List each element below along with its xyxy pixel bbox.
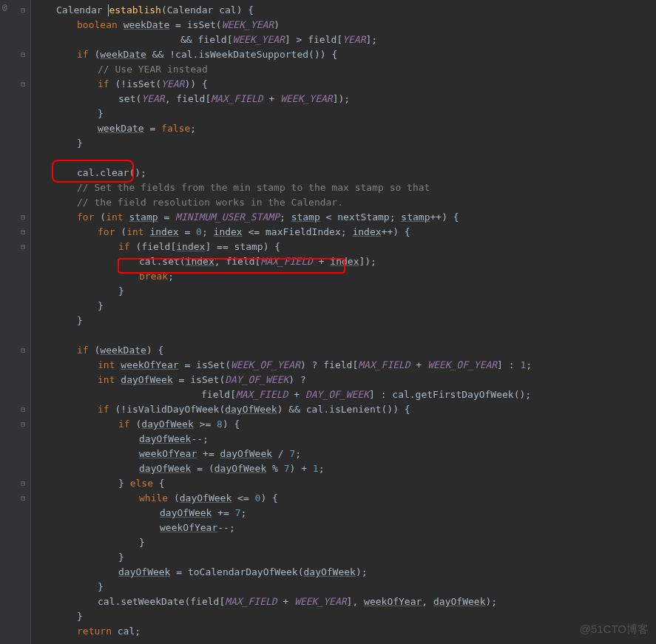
code-token: (!isSet( — [115, 78, 161, 89]
code-token: < nextStamp; — [320, 211, 402, 223]
code-line[interactable]: } — [35, 284, 656, 299]
code-line[interactable]: } else { — [35, 476, 656, 491]
code-token: int — [98, 359, 121, 370]
code-token: = — [158, 211, 175, 223]
fold-toggle-icon[interactable]: ⊟ — [21, 80, 28, 87]
code-token: += — [197, 448, 220, 459]
code-line[interactable]: } — [35, 550, 656, 565]
code-token: ; — [241, 507, 247, 518]
code-token: for — [77, 211, 100, 223]
code-line[interactable] — [35, 328, 656, 343]
code-line[interactable]: field[MAX_FIELD + DAY_OF_WEEK] : cal.get… — [35, 387, 656, 402]
code-token: { — [159, 478, 165, 489]
code-token: ; — [202, 226, 214, 237]
code-line[interactable]: } — [35, 609, 656, 624]
code-token: WEEK_OF_YEAR — [427, 359, 497, 370]
code-token: --; — [217, 522, 234, 533]
code-line[interactable]: dayOfWeek += 7; — [35, 506, 656, 521]
fold-toggle-icon[interactable]: ⊟ — [21, 346, 28, 353]
code-line[interactable]: if (field[index] == stamp) { — [35, 240, 656, 254]
code-line[interactable]: for (int index = 0; index <= maxFieldInd… — [35, 225, 656, 240]
code-line[interactable]: return cal; — [35, 624, 656, 639]
code-token: += — [212, 507, 234, 518]
code-token: cal.set( — [139, 256, 186, 267]
code-line[interactable]: if (weekDate) { — [35, 343, 656, 358]
fold-toggle-icon[interactable]: ⊟ — [21, 405, 28, 413]
code-line[interactable]: int dayOfWeek = isSet(DAY_OF_WEEK) ? — [35, 373, 656, 387]
fold-toggle-icon[interactable]: ⊟ — [21, 479, 28, 487]
code-line[interactable]: set(YEAR, field[MAX_FIELD + WEEK_YEAR]); — [35, 92, 656, 106]
code-token: // the field resolution works in the Cal… — [77, 197, 343, 208]
code-line[interactable]: dayOfWeek = (dayOfWeek % 7) + 1; — [35, 461, 656, 476]
code-token: weekOfYear — [139, 448, 197, 459]
code-token: ], — [347, 596, 364, 607]
code-line[interactable]: } — [35, 136, 656, 151]
code-line[interactable]: // Use YEAR instead — [35, 62, 656, 77]
fold-toggle-icon[interactable]: ⊟ — [21, 494, 28, 501]
code-line[interactable]: int weekOfYear = isSet(WEEK_OF_YEAR) ? f… — [35, 358, 656, 373]
code-token: ( — [174, 492, 180, 504]
code-token: WEEK_YEAR — [294, 596, 346, 607]
code-line[interactable]: if (weekDate && !cal.isWeekDateSupported… — [35, 47, 656, 62]
code-token: ) { — [223, 418, 240, 430]
code-line[interactable]: if (!isValidDayOfWeek(dayOfWeek) && cal.… — [35, 402, 656, 417]
fold-toggle-icon[interactable]: ⊟ — [21, 420, 28, 427]
code-line[interactable]: if (!isSet(YEAR)) { — [35, 77, 656, 92]
code-line[interactable]: dayOfWeek = toCalendarDayOfWeek(dayOfWee… — [35, 565, 656, 580]
code-token: ] > — [285, 34, 308, 45]
fold-toggle-icon[interactable]: ⊟ — [21, 228, 28, 235]
code-token: YEAR — [141, 93, 164, 104]
code-token: field — [176, 93, 205, 104]
code-line[interactable]: break; — [35, 269, 656, 284]
code-token: dayOfWeek — [180, 492, 231, 504]
code-line[interactable] — [35, 151, 656, 166]
code-line[interactable]: // Set the fields from the min stamp to … — [35, 180, 656, 195]
code-token: MAX_FIELD — [225, 596, 277, 607]
code-line[interactable]: // the field resolution works in the Cal… — [35, 195, 656, 210]
code-line[interactable]: while (dayOfWeek <= 0) { — [35, 491, 656, 506]
code-token: weekDate — [98, 123, 144, 134]
override-marker-icon[interactable]: @ — [2, 2, 7, 12]
code-line[interactable]: boolean weekDate = isSet(WEEK_YEAR) — [35, 18, 656, 33]
code-token: ); — [485, 596, 497, 607]
code-token: ]); — [333, 93, 350, 104]
code-token: dayOfWeek — [121, 374, 172, 385]
code-token: ) { — [260, 492, 277, 504]
fold-toggle-icon[interactable]: ⊟ — [21, 213, 28, 220]
code-token: 8 — [217, 418, 223, 430]
code-token: YEAR — [342, 34, 365, 45]
fold-toggle-icon[interactable]: ⊟ — [21, 243, 28, 250]
code-token: ; — [168, 271, 174, 282]
code-token: ; — [526, 359, 532, 370]
code-token: if — [77, 345, 94, 356]
code-line[interactable]: if (dayOfWeek >= 8) { — [35, 417, 656, 432]
code-line[interactable]: weekOfYear--; — [35, 521, 656, 535]
code-token: toCalendarDayOfWeek — [188, 566, 298, 577]
code-line[interactable]: && field[WEEK_YEAR] > field[YEAR]; — [35, 33, 656, 47]
code-line[interactable]: cal.clear(); — [35, 166, 656, 180]
code-line[interactable]: } — [35, 106, 656, 121]
code-token: field — [323, 359, 352, 370]
code-line[interactable]: for (int stamp = MINIMUM_USER_STAMP; sta… — [35, 210, 656, 225]
code-token: weekOfYear — [364, 596, 422, 607]
code-editor-area[interactable]: Calendar establish(Calendar cal) {boolea… — [31, 0, 656, 644]
code-line[interactable]: Calendar establish(Calendar cal) { — [35, 3, 656, 18]
code-token: ); — [356, 566, 368, 577]
code-line[interactable]: } — [35, 535, 656, 550]
code-token: } — [98, 108, 104, 119]
code-line[interactable]: weekDate = false; — [35, 121, 656, 136]
fold-toggle-icon[interactable]: ⊟ — [21, 6, 28, 13]
code-line[interactable]: } — [35, 299, 656, 313]
code-token: WEEK_YEAR — [232, 34, 284, 45]
code-token: if — [98, 404, 115, 415]
code-line[interactable]: weekOfYear += dayOfWeek / 7; — [35, 447, 656, 461]
code-token: } — [77, 138, 83, 149]
code-line[interactable]: } — [35, 580, 656, 594]
code-token: ) ? — [288, 374, 305, 385]
code-token: int — [98, 374, 121, 385]
code-line[interactable]: cal.setWeekDate(field[MAX_FIELD + WEEK_Y… — [35, 594, 656, 609]
fold-toggle-icon[interactable]: ⊟ — [21, 50, 28, 58]
code-line[interactable]: dayOfWeek--; — [35, 432, 656, 447]
code-line[interactable]: cal.set(index, field[MAX_FIELD + index])… — [35, 254, 656, 269]
code-line[interactable]: } — [35, 313, 656, 328]
